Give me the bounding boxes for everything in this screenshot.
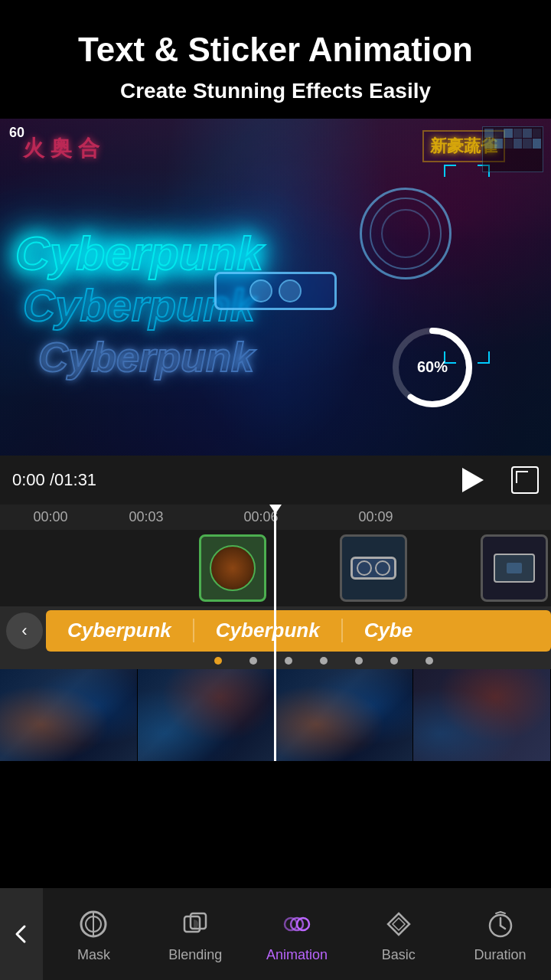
keyframe-dot-6 xyxy=(425,657,433,665)
fullscreen-button[interactable] xyxy=(511,466,539,494)
video-frame-3 xyxy=(413,669,551,761)
lens-r xyxy=(375,560,390,576)
hud-cell xyxy=(504,139,513,149)
video-preview: 火 奥 合 新豪蔬雀 60 Cyberpunk Cyberpunk Cyberp… xyxy=(0,119,551,456)
nav-item-mask[interactable]: Mask xyxy=(43,888,145,980)
timeline-section: 0:00 /01:31 00:00 00:03 00:06 00:09 xyxy=(0,456,551,761)
nav-back-button[interactable] xyxy=(0,888,43,980)
hud-circle xyxy=(360,188,452,279)
back-button[interactable]: ‹ xyxy=(6,612,43,649)
nav-item-basic[interactable]: Basic xyxy=(347,888,449,980)
basic-label: Basic xyxy=(382,947,416,963)
lens-left xyxy=(249,279,272,302)
text-bar-item-0: Cyberpunk xyxy=(46,619,194,642)
keyframe-dot-4 xyxy=(355,657,363,665)
play-icon xyxy=(462,468,484,492)
header-section: Text & Sticker Animation Create Stunning… xyxy=(0,0,551,119)
mask-label: Mask xyxy=(77,947,110,963)
svg-line-12 xyxy=(500,926,505,929)
timeline-ruler: 00:00 00:03 00:06 00:09 xyxy=(0,505,551,530)
bracket-tl xyxy=(444,165,456,177)
hud-grid-panel xyxy=(482,126,543,172)
sticker-thumb-glasses[interactable] xyxy=(340,534,407,602)
ruler-label-1: 00:03 xyxy=(129,509,163,525)
keyframe-dot-1 xyxy=(249,657,257,665)
basic-icon xyxy=(380,906,417,942)
hud-cell xyxy=(494,139,504,149)
hud-cell xyxy=(484,139,494,149)
keyframe-dot-0 xyxy=(214,657,222,665)
keyframe-dot-3 xyxy=(320,657,328,665)
sticker-track xyxy=(0,530,551,606)
hud-cell xyxy=(514,129,523,139)
ruler-tick-0: 00:00 xyxy=(12,509,89,525)
hud-cell xyxy=(523,129,532,139)
nav-item-animation[interactable]: Animation xyxy=(246,888,348,980)
timeline-area: 00:00 00:03 00:06 00:09 xyxy=(0,505,551,761)
time-display: 0:00 /01:31 xyxy=(12,470,96,490)
blending-icon xyxy=(177,906,214,942)
glasses-sticker xyxy=(214,272,337,310)
text-track: ‹ Cyberpunk Cyberpunk Cybe xyxy=(0,606,551,655)
animation-label: Animation xyxy=(266,947,328,963)
blending-label: Blending xyxy=(168,947,222,963)
person-avatar xyxy=(210,545,256,591)
play-button[interactable] xyxy=(456,463,490,497)
animation-icon xyxy=(279,906,315,942)
page-title: Text & Sticker Animation xyxy=(23,31,528,70)
hud-cell xyxy=(533,139,542,149)
hud-cell xyxy=(484,129,494,139)
card-inner xyxy=(507,563,522,573)
hud-cell xyxy=(523,139,532,149)
sticker-thumb-person[interactable] xyxy=(199,534,266,602)
lens-right xyxy=(279,279,302,302)
video-frame-2 xyxy=(276,669,413,761)
bracket-br xyxy=(478,351,490,364)
ruler-tick-3: 00:09 xyxy=(318,509,433,525)
sticker-container xyxy=(199,534,548,602)
text-bar-item-1: Cyberpunk xyxy=(194,619,343,642)
duration-icon xyxy=(482,906,519,942)
mask-icon xyxy=(75,906,112,942)
nav-items: Mask Blending Animation xyxy=(43,888,551,980)
duration-label: Duration xyxy=(474,947,527,963)
nav-item-duration[interactable]: Duration xyxy=(449,888,551,980)
transport-bar: 0:00 /01:31 xyxy=(0,456,551,505)
hud-cell xyxy=(494,129,504,139)
text-bar-item-2: Cybe xyxy=(343,619,435,642)
sticker-thumb-card[interactable] xyxy=(481,534,548,602)
ruler-label-0: 00:00 xyxy=(33,509,67,525)
video-frame-0 xyxy=(0,669,138,761)
hud-cell xyxy=(533,129,542,139)
cyberpunk-bar-content: Cyberpunk Cyberpunk Cybe xyxy=(46,619,434,642)
keyframe-dots-row xyxy=(0,655,551,669)
ruler-label-3: 00:09 xyxy=(358,509,393,525)
nav-back-icon xyxy=(11,923,32,945)
glasses-icon xyxy=(350,557,396,580)
back-arrow-icon: ‹ xyxy=(21,621,27,641)
keyframe-dot-5 xyxy=(390,657,398,665)
page-subtitle: Create Stunning Effects Easily xyxy=(23,79,528,103)
video-frame-1 xyxy=(138,669,276,761)
hud-cell xyxy=(504,129,513,139)
nav-item-blending[interactable]: Blending xyxy=(145,888,246,980)
percent-circle: 60% xyxy=(390,325,474,410)
ruler-tick-1: 00:03 xyxy=(89,509,204,525)
hud-cell xyxy=(514,139,523,149)
hud-grid-inner xyxy=(483,127,543,172)
percent-label: 60% xyxy=(390,325,474,410)
keyframe-dot-2 xyxy=(285,657,292,665)
ruler-tick-2: 00:06 xyxy=(204,509,318,525)
ruler-label-2: 00:06 xyxy=(243,509,278,525)
bottom-nav: Mask Blending Animation xyxy=(0,888,551,980)
card-icon xyxy=(494,554,535,583)
video-strip xyxy=(0,669,551,761)
lens-l xyxy=(357,560,372,576)
cyberpunk-text-bar[interactable]: Cyberpunk Cyberpunk Cybe xyxy=(46,610,551,652)
